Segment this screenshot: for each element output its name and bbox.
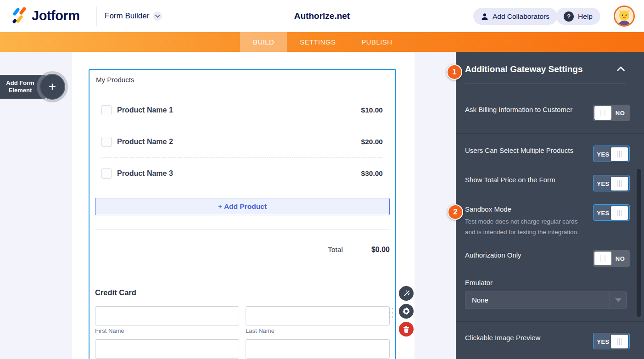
form-builder-label: Form Builder — [105, 11, 149, 21]
question-icon: ? — [564, 11, 574, 22]
product-price: $30.00 — [361, 169, 383, 178]
toggle-state: NO — [611, 105, 629, 121]
toggle-state: YES — [594, 333, 612, 350]
setting-label: Clickable Image Preview — [465, 334, 540, 342]
form-builder-menu[interactable]: Form Builder — [105, 0, 162, 32]
toggle-clickable-image-preview[interactable]: YES — [593, 333, 630, 349]
gateway-settings-panel: Additional Gateway Settings Ask Billing … — [456, 52, 644, 359]
products-label: My Products — [96, 76, 134, 84]
last-name-sublabel: Last Name — [246, 327, 274, 334]
annotation-badge-1: 1 — [447, 64, 462, 80]
toggle-state: NO — [611, 250, 629, 267]
toggle-knob — [611, 177, 628, 191]
properties-button[interactable] — [398, 303, 414, 320]
toggle-state: YES — [594, 205, 612, 221]
first-name-sublabel: First Name — [95, 327, 124, 334]
setting-label: Authorization Only — [465, 251, 521, 259]
row-divider — [101, 157, 383, 158]
person-icon — [481, 13, 488, 20]
caret-down-icon — [615, 298, 622, 302]
last-name-input[interactable] — [246, 306, 390, 325]
setting-label: Ask Billing Information to Customer — [465, 106, 572, 113]
product-price: $10.00 — [361, 106, 383, 114]
product-checkbox[interactable] — [101, 137, 112, 147]
setting-label: Sandbox Mode — [465, 205, 511, 213]
section-divider — [456, 321, 644, 322]
plus-icon: + — [49, 79, 56, 94]
total-label: Total — [328, 246, 343, 254]
total-row: Total $0.00 — [328, 246, 390, 254]
product-name: Product Name 2 — [117, 138, 173, 146]
jotform-logo-icon — [11, 7, 28, 24]
product-row: Product Name 1 $10.00 — [101, 105, 383, 116]
chevron-down-icon — [153, 11, 162, 21]
toggle-state: YES — [594, 146, 612, 163]
tab-publish[interactable]: PUBLISH — [348, 32, 405, 52]
credit-card-label: Credit Card — [95, 288, 136, 297]
emulator-selected-value: None — [465, 296, 488, 304]
setting-label: Show Total Price on the Form — [465, 176, 555, 184]
add-form-element-ring: + — [37, 71, 68, 102]
app-header: Jotform Form Builder Authorize.net Add C… — [0, 0, 644, 32]
tab-build[interactable]: BUILD — [240, 32, 287, 52]
form-builder-app: Jotform Form Builder Authorize.net Add C… — [0, 0, 644, 359]
section-divider — [95, 272, 390, 272]
card-field-input[interactable] — [95, 339, 239, 359]
add-form-element-label: Add Form Element — [0, 79, 40, 94]
product-checkbox[interactable] — [101, 168, 112, 179]
toggle-authorization-only[interactable]: NO — [593, 250, 630, 267]
tab-settings[interactable]: SETTINGS — [287, 32, 348, 52]
setting-label: Users Can Select Multiple Products — [465, 146, 573, 154]
wizard-button[interactable] — [398, 285, 414, 302]
annotation-badge-2: 2 — [448, 204, 463, 220]
toggle-sandbox-mode[interactable]: YES — [593, 204, 630, 221]
product-name: Product Name 3 — [117, 169, 173, 178]
emulator-label: Emulator — [465, 279, 493, 286]
toggle-knob — [611, 206, 628, 220]
panel-title: Additional Gateway Settings — [465, 64, 583, 74]
builder-tabs: BUILD SETTINGS PUBLISH — [240, 32, 405, 52]
jotform-logo-text: Jotform — [32, 8, 79, 23]
toggle-knob — [611, 147, 628, 161]
delete-button[interactable] — [398, 321, 414, 337]
add-collaborators-button[interactable]: Add Collaborators — [473, 8, 557, 25]
toggle-knob — [594, 252, 611, 265]
jotform-logo[interactable]: Jotform — [11, 7, 79, 24]
chevron-up-icon[interactable] — [617, 67, 625, 71]
product-row: Product Name 3 $30.00 — [101, 168, 383, 179]
help-button[interactable]: ? Help — [556, 8, 600, 25]
add-form-element-plus-button[interactable]: + — [39, 74, 65, 100]
drag-handle[interactable] — [388, 307, 394, 319]
trash-icon — [403, 326, 409, 333]
product-price: $20.00 — [361, 138, 383, 146]
header-divider — [96, 6, 97, 26]
divider — [465, 84, 626, 84]
add-product-button[interactable]: + Add Product — [95, 198, 390, 215]
gear-icon — [402, 307, 410, 315]
toggle-knob — [594, 106, 611, 120]
dropdown-arrow-box — [610, 292, 626, 308]
panel-scrollbar[interactable] — [637, 169, 641, 317]
product-checkbox[interactable] — [101, 105, 112, 115]
first-name-input[interactable] — [95, 306, 239, 325]
header-divider — [607, 6, 607, 26]
toggle-state: YES — [594, 175, 612, 192]
total-value: $0.00 — [371, 246, 390, 254]
help-label: Help — [578, 12, 593, 21]
section-divider — [95, 229, 390, 230]
product-name: Product Name 1 — [117, 106, 173, 114]
magic-wand-icon — [403, 290, 410, 297]
user-avatar[interactable] — [614, 6, 635, 27]
emulator-dropdown[interactable]: None — [465, 292, 627, 309]
product-row: Product Name 2 $20.00 — [101, 136, 383, 147]
payment-field-card[interactable]: My Products Product Name 1 $10.00 Produc… — [89, 69, 396, 359]
toggle-knob — [611, 335, 628, 348]
card-field-input[interactable] — [246, 339, 390, 359]
sandbox-description: Test mode does not charge regular cards … — [465, 217, 585, 238]
toggle-multiple-products[interactable]: YES — [593, 146, 630, 162]
builder-navbar: BUILD SETTINGS PUBLISH — [0, 32, 644, 52]
add-collaborators-label: Add Collaborators — [493, 12, 549, 21]
toggle-ask-billing[interactable]: NO — [593, 105, 630, 121]
toggle-show-total[interactable]: YES — [593, 175, 630, 191]
row-divider — [101, 126, 383, 126]
